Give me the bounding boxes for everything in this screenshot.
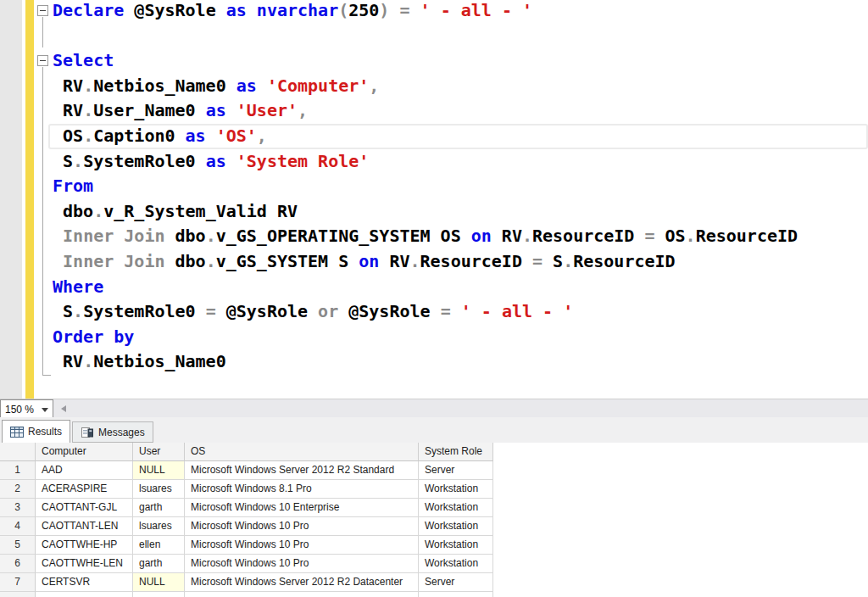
grid-col-header[interactable]: Computer <box>36 443 133 461</box>
grid-cell-os[interactable]: Microsoft Windows 10 Pro <box>185 517 419 536</box>
grid-cell[interactable] <box>36 592 133 597</box>
grid-cell-computer[interactable]: CERTSVR <box>36 573 133 592</box>
zoom-level-dropdown[interactable]: 150 % <box>0 399 53 418</box>
grid-cell-system-role[interactable]: Workstation <box>419 480 493 499</box>
row-number-cell[interactable]: 4 <box>0 517 36 536</box>
grid-cell-computer[interactable]: CAOTTWHE-LEN <box>36 555 133 573</box>
zoom-level-value: 150 % <box>5 404 34 416</box>
collapse-minus-icon[interactable] <box>37 5 48 16</box>
tab-label: Results <box>28 426 62 438</box>
grid-header-row: ComputerUserOSSystem Role <box>0 443 494 461</box>
code-line[interactable]: S.SystemRole0 as 'System Role' <box>53 149 868 175</box>
code-line[interactable]: S.SystemRole0 = @SysRole or @SysRole = '… <box>53 299 868 325</box>
code-line[interactable]: Inner Join dbo.v_GS_OPERATING_SYSTEM OS … <box>53 224 868 249</box>
chevron-left-icon[interactable] <box>61 405 66 412</box>
grid-cell-os[interactable]: Microsoft Windows Server 2012 R2 Standar… <box>185 461 419 480</box>
indicator-margin <box>0 0 22 399</box>
row-number-cell[interactable] <box>0 592 36 597</box>
grid-cell-user[interactable]: ellen <box>133 536 185 555</box>
grid-row[interactable]: 3CAOTTANT-GJLgarthMicrosoft Windows 10 E… <box>0 499 494 517</box>
grid-cell[interactable] <box>185 592 419 597</box>
code-line[interactable]: Inner Join dbo.v_GS_SYSTEM S on RV.Resou… <box>53 249 868 275</box>
code-line[interactable]: RV.User_Name0 as 'User', <box>53 98 868 124</box>
grid-row[interactable]: 4CAOTTANT-LENlsuaresMicrosoft Windows 10… <box>0 517 494 536</box>
tab-messages[interactable]: Messages <box>72 421 153 443</box>
document-note-icon <box>81 426 94 439</box>
code-line[interactable]: dbo.v_R_System_Valid RV <box>53 199 868 225</box>
grid-cell-os[interactable]: Microsoft Windows 10 Pro <box>185 555 419 573</box>
grid-row-partial[interactable] <box>0 592 494 597</box>
grid-cell-computer[interactable]: CAOTTWHE-HP <box>36 536 133 555</box>
row-number-cell[interactable]: 7 <box>0 573 36 592</box>
grid-corner-cell[interactable] <box>0 443 36 461</box>
tab-results[interactable]: Results <box>2 420 70 443</box>
grid-row[interactable]: 5CAOTTWHE-HPellenMicrosoft Windows 10 Pr… <box>0 536 494 555</box>
row-number-cell[interactable]: 2 <box>0 480 36 499</box>
grid-cell-computer[interactable]: AAD <box>36 461 133 480</box>
grid-cell-computer[interactable]: CAOTTANT-GJL <box>36 499 133 517</box>
grid-cell-system-role[interactable]: Workstation <box>419 555 493 573</box>
code-line[interactable]: From <box>53 174 868 199</box>
fold-guide-corner <box>42 375 51 376</box>
code-line[interactable]: RV.Netbios_Name0 <box>53 349 868 375</box>
grid-row[interactable]: 1AADNULLMicrosoft Windows Server 2012 R2… <box>0 461 494 480</box>
grid-cell-system-role[interactable]: Server <box>419 461 493 480</box>
grid-cell-os[interactable]: Microsoft Windows Server 2012 R2 Datacen… <box>185 573 419 592</box>
row-number-cell[interactable]: 6 <box>0 555 36 573</box>
grid-cell-user[interactable]: NULL <box>133 461 185 480</box>
collapse-minus-icon[interactable] <box>37 55 48 66</box>
sql-editor[interactable]: Declare @SysRole as nvarchar(250) = ' - … <box>0 0 868 399</box>
grid-col-header[interactable]: User <box>133 443 185 461</box>
grid-cell-system-role[interactable]: Server <box>419 573 493 592</box>
grid-cell-computer[interactable]: ACERASPIRE <box>36 480 133 499</box>
code-line[interactable]: Order by <box>53 325 868 350</box>
grid-cell-user[interactable]: garth <box>133 555 185 573</box>
tab-label: Messages <box>98 427 145 438</box>
grid-cell-system-role[interactable]: Workstation <box>419 536 493 555</box>
fold-guide-line <box>42 67 43 375</box>
code-line[interactable]: OS.Caption0 as 'OS', <box>53 124 868 149</box>
grid-cell-os[interactable]: Microsoft Windows 10 Enterprise <box>185 499 419 517</box>
grid-cell-user[interactable]: lsuares <box>133 517 185 536</box>
row-number-cell[interactable]: 1 <box>0 461 36 480</box>
grid-col-header[interactable]: System Role <box>419 443 493 461</box>
grid-cell[interactable] <box>133 592 185 597</box>
grid-cell-system-role[interactable]: Workstation <box>419 517 493 536</box>
table-grid-icon <box>10 426 24 438</box>
grid-cell-user[interactable]: garth <box>133 499 185 517</box>
code-line[interactable]: Declare @SysRole as nvarchar(250) = ' - … <box>53 0 868 24</box>
editor-bottom-strip: 150 % <box>0 399 868 417</box>
results-grid[interactable]: ComputerUserOSSystem Role1AADNULLMicroso… <box>0 443 494 597</box>
results-tab-strip: Results Messages <box>0 417 868 443</box>
code-line[interactable]: RV.Netbios_Name0 as 'Computer', <box>53 74 868 99</box>
grid-row[interactable]: 6CAOTTWHE-LENgarthMicrosoft Windows 10 P… <box>0 555 494 573</box>
grid-row[interactable]: 7CERTSVRNULLMicrosoft Windows Server 201… <box>0 573 494 592</box>
chevron-down-icon <box>42 408 48 412</box>
ssms-window: Declare @SysRole as nvarchar(250) = ' - … <box>0 0 868 597</box>
code-lines: Declare @SysRole as nvarchar(250) = ' - … <box>53 0 868 375</box>
fold-guide-line <box>42 17 43 47</box>
grid-row[interactable]: 2ACERASPIRElsuaresMicrosoft Windows 8.1 … <box>0 480 494 499</box>
row-number-cell[interactable]: 3 <box>0 499 36 517</box>
code-line[interactable]: Select <box>53 48 868 74</box>
grid-cell-system-role[interactable]: Workstation <box>419 499 493 517</box>
row-number-cell[interactable]: 5 <box>0 536 36 555</box>
grid-cell-os[interactable]: Microsoft Windows 8.1 Pro <box>185 480 419 499</box>
code-line[interactable] <box>53 24 868 49</box>
code-line[interactable]: Where <box>53 275 868 300</box>
grid-cell-os[interactable]: Microsoft Windows 10 Pro <box>185 536 419 555</box>
modified-lines-bar <box>25 0 34 399</box>
grid-cell-computer[interactable]: CAOTTANT-LEN <box>36 517 133 536</box>
grid-cell[interactable] <box>419 592 493 597</box>
grid-col-header[interactable]: OS <box>185 443 419 461</box>
horizontal-scrollbar[interactable] <box>54 399 868 418</box>
grid-cell-user[interactable]: NULL <box>133 573 185 592</box>
grid-cell-user[interactable]: lsuares <box>133 480 185 499</box>
